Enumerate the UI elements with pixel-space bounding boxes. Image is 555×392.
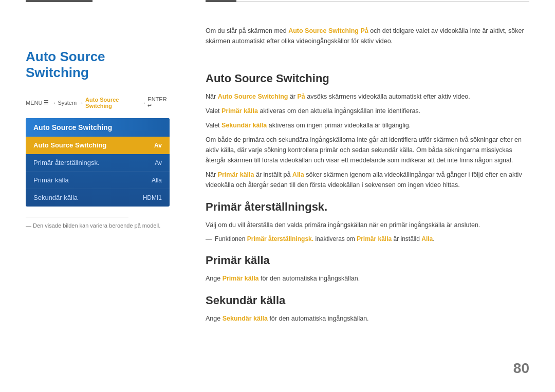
page-number: 80 [513, 360, 529, 377]
menu-item-primary-reset-value: Av [155, 159, 162, 166]
auto-source-para-5: När Primär källa är inställt på Alla sök… [206, 170, 529, 190]
hl-pa: På [298, 93, 305, 100]
breadcrumb-menu-label: MENU [26, 100, 42, 106]
top-line-decoration [26, 0, 92, 2]
section-title-primary-source: Primär källa [206, 254, 529, 267]
page-title: Auto Source Switching [26, 49, 170, 81]
breadcrumb: MENU ☰ → System → Auto Source Switching … [26, 96, 170, 109]
auto-source-para-4: Om både de primära och sekundära ingångs… [206, 135, 529, 165]
menu-item-auto-source[interactable]: Auto Source Switching Av [26, 137, 170, 154]
hl-primar-aterst: Primär återställningsk. [247, 235, 313, 242]
breadcrumb-arrow-2: → [78, 100, 84, 106]
menu-item-secondary-source[interactable]: Sekundär källa HDMI1 [26, 189, 170, 207]
menu-item-primary-source-label: Primär källa [33, 176, 69, 184]
breadcrumb-enter: ENTER ↵ [147, 96, 170, 109]
hl-primar-kalla-2: Primär källa [218, 171, 254, 178]
top-line-light [236, 1, 529, 2]
section-divider [26, 217, 128, 217]
hl-alla-note: Alla [421, 235, 433, 242]
menu-item-secondary-source-label: Sekundär källa [33, 194, 78, 201]
top-decoration [206, 0, 529, 2]
top-line-dark [206, 0, 236, 2]
auto-source-para-3: Valet Sekundär källa aktiveras om ingen … [206, 120, 529, 130]
section-title-secondary-source: Sekundär källa [206, 294, 529, 307]
section-title-primary-reset: Primär återställningsk. [206, 200, 529, 214]
menu-item-primary-reset[interactable]: Primär återställningsk. Av [26, 154, 170, 172]
menu-box: Auto Source Switching Auto Source Switch… [26, 118, 170, 207]
footnote: — Den visade bilden kan variera beroende… [26, 222, 170, 229]
secondary-source-para-1: Ange Sekundär källa för den automatiska … [206, 313, 529, 324]
hl-sekundar-kalla-2: Sekundär källa [223, 315, 268, 322]
hl-sekundar-kalla-1: Sekundär källa [221, 122, 267, 129]
menu-item-secondary-source-value: HDMI1 [143, 194, 162, 201]
hl-auto-source-switching: Auto Source Switching [218, 93, 288, 100]
auto-source-para-1: När Auto Source Switching är På avsöks s… [206, 91, 529, 102]
primary-reset-note-text: Funktionen Primär återställningsk. inakt… [215, 234, 435, 244]
auto-source-para-2: Valet Primär källa aktiveras om den aktu… [206, 106, 529, 116]
breadcrumb-arrow-1: → [50, 100, 56, 106]
breadcrumb-menu-icon: ☰ [44, 99, 49, 106]
hl-primar-kalla-note: Primär källa [357, 235, 392, 242]
breadcrumb-system: System [58, 100, 77, 106]
highlight-auto-source-switching-on: Auto Source Switching På [288, 27, 368, 34]
em-dash-icon: — [206, 234, 212, 244]
hl-alla: Alla [292, 171, 304, 178]
menu-item-auto-source-value: Av [154, 142, 162, 149]
menu-item-primary-reset-label: Primär återställningsk. [33, 159, 100, 166]
menu-item-primary-source-value: Alla [152, 177, 162, 184]
right-column: Om du slår på skärmen med Auto Source Sw… [185, 0, 555, 392]
primary-source-para-1: Ange Primär källa för den automatiska in… [206, 273, 529, 284]
intro-paragraph: Om du slår på skärmen med Auto Source Sw… [206, 26, 529, 46]
menu-item-auto-source-label: Auto Source Switching [33, 141, 106, 149]
left-column: Auto Source Switching MENU ☰ → System → … [0, 0, 185, 392]
hl-primar-kalla-3: Primär källa [223, 275, 259, 282]
section-title-auto-source: Auto Source Switching [206, 72, 529, 85]
primary-reset-note: — Funktionen Primär återställningsk. ina… [206, 234, 529, 244]
primary-reset-para-1: Välj om du vill återställa den valda pri… [206, 220, 529, 230]
menu-item-primary-source[interactable]: Primär källa Alla [26, 172, 170, 189]
hl-primar-kalla-1: Primär källa [221, 107, 258, 115]
menu-box-header: Auto Source Switching [26, 118, 170, 137]
breadcrumb-feature: Auto Source Switching [85, 97, 139, 109]
breadcrumb-arrow-3: → [140, 100, 146, 106]
